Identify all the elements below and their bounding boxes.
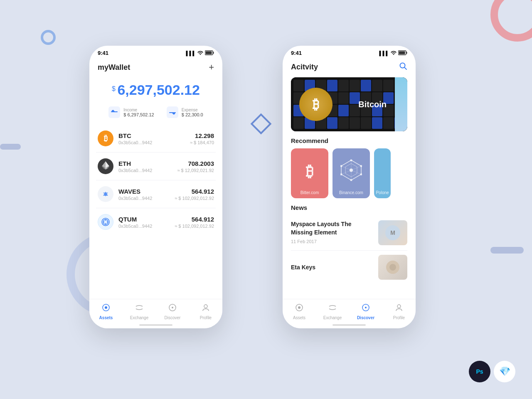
news-item-2[interactable]: Eta Keys: [291, 251, 407, 284]
exchange-label: Exchange: [130, 315, 148, 320]
bg-decoration-diamond: [251, 113, 272, 135]
nav-profile-left[interactable]: Profile: [189, 303, 222, 320]
currency-symbol: $: [112, 85, 116, 93]
svg-point-50: [298, 306, 300, 309]
status-icons-left: ▌▌▌: [186, 50, 214, 56]
svg-point-26: [172, 307, 173, 308]
bitcoin-coin: ₿: [299, 88, 332, 121]
rec-card-polone[interactable]: Polone: [374, 148, 391, 198]
income-expense-row: Income $ 6,297,502.12 Expense $ 22,300.0: [89, 106, 222, 125]
income-label: Income: [123, 108, 154, 112]
svg-marker-20: [105, 223, 106, 225]
crypto-item-waves[interactable]: WAVES 0x3b5ca0...9442 564.912 ≈ $ 102,09…: [96, 180, 216, 208]
rec-card-binance[interactable]: Binance.com: [332, 148, 370, 198]
waves-amount: 564.912: [175, 188, 214, 195]
svg-marker-9: [102, 161, 106, 168]
rec-binance-label: Binance.com: [339, 190, 363, 195]
bg-decoration-rect-left: [0, 144, 21, 150]
phone-wallet: 9:41 ▌▌▌ myWallet + $ 6,297,502.12: [89, 46, 222, 328]
crypto-item-qtum[interactable]: QTUM 0x3b5ca0...9442 564.912 ≈ $ 102,092…: [96, 208, 216, 236]
btc-icon: ₿: [98, 131, 113, 146]
svg-point-48: [389, 264, 396, 271]
crypto-item-btc[interactable]: ₿ BTC 0x3b5ca0...9442 12.298 ≈ $ 184,470: [96, 125, 216, 153]
waves-address: 0x3b5ca0...9442: [118, 196, 175, 201]
battery-icon-right: [398, 50, 407, 56]
assets-icon: [102, 303, 110, 314]
btc-values: 12.298 ≈ $ 184,470: [190, 132, 214, 145]
bg-decoration-circle-pink: [490, 0, 532, 42]
income-value: $ 6,297,502.12: [123, 112, 154, 117]
nav-assets-right[interactable]: Assets: [283, 303, 316, 320]
btc-usd: ≈ $ 184,470: [190, 140, 214, 145]
assets-label-right: Assets: [293, 315, 305, 320]
svg-rect-30: [399, 51, 405, 54]
profile-label-right: Profile: [393, 315, 405, 320]
activity-title: Acitvity: [291, 63, 318, 71]
waves-symbol: WAVES: [118, 188, 175, 195]
news-headline-1: Myspace Layouts The Missing Element: [291, 220, 373, 236]
news-item-1[interactable]: Myspace Layouts The Missing Element 11 F…: [291, 215, 407, 251]
tool-icons: Ps 💎: [469, 361, 515, 382]
rec-btc-icon: ₿: [306, 163, 313, 180]
waves-usd: ≈ $ 102,092,012.92: [175, 196, 214, 201]
discover-icon-right: [362, 303, 370, 314]
nav-discover-right[interactable]: Discover: [349, 303, 382, 320]
waves-icon: [98, 186, 113, 202]
qtum-icon: [98, 214, 113, 230]
rec-btc-label: Bitter.com: [300, 190, 319, 195]
income-icon: [108, 106, 120, 118]
search-icon[interactable]: [399, 62, 407, 72]
svg-rect-6: [169, 112, 176, 113]
news-section: Myspace Layouts The Missing Element 11 F…: [283, 215, 416, 284]
activity-header: Acitvity: [283, 59, 416, 77]
wallet-header: myWallet +: [89, 59, 222, 78]
featured-bitcoin-label: Bitcoin: [358, 100, 387, 109]
nav-profile-right[interactable]: Profile: [382, 303, 416, 320]
btc-info: BTC 0x3b5ca0...9442: [118, 132, 190, 145]
rec-card-btc[interactable]: ₿ Bitter.com: [291, 148, 328, 198]
recommend-cards: ₿ Bitter.com: [283, 148, 416, 198]
profile-label-left: Profile: [200, 315, 212, 320]
expense-item: Expense $ 22,300.0: [167, 106, 203, 118]
signal-icon: ▌▌▌: [186, 51, 196, 56]
balance-section: $ 6,297,502.12: [89, 78, 222, 106]
btc-amount: 12.298: [190, 132, 214, 139]
income-item: Income $ 6,297,502.12: [108, 106, 154, 118]
add-button[interactable]: +: [209, 62, 214, 73]
photoshop-icon: Ps: [469, 361, 490, 382]
status-icons-right: ▌▌▌: [379, 50, 407, 56]
home-indicator-right: [332, 324, 366, 326]
nav-exchange[interactable]: Exchange: [123, 303, 156, 320]
svg-text:M: M: [390, 229, 395, 236]
nav-assets[interactable]: Assets: [89, 303, 123, 320]
svg-point-52: [365, 307, 367, 308]
svg-point-38: [350, 168, 353, 172]
svg-point-53: [397, 305, 401, 308]
wifi-icon: [197, 50, 203, 56]
recommend-title: Recommend: [283, 131, 416, 148]
news-thumb-1: M: [378, 220, 407, 245]
nav-exchange-right[interactable]: Exchange: [316, 303, 349, 320]
bg-decoration-circle-blue: [41, 30, 56, 45]
news-headline-2: Eta Keys: [291, 264, 315, 271]
featured-image[interactable]: ₿ Bitcoin: [291, 77, 407, 131]
status-time-right: 9:41: [291, 50, 302, 56]
svg-marker-19: [105, 219, 106, 221]
bg-decoration-rect-right: [490, 247, 524, 254]
eth-info: ETH 0x3b5ca0...9442: [118, 160, 177, 173]
status-bar-left: 9:41 ▌▌▌: [89, 46, 222, 59]
crypto-list: ₿ BTC 0x3b5ca0...9442 12.298 ≈ $ 184,470…: [89, 125, 222, 236]
home-indicator-left: [139, 324, 172, 326]
nav-discover-left[interactable]: Discover: [156, 303, 189, 320]
discover-icon-left: [168, 303, 177, 314]
rec-eth-icon: [340, 159, 362, 182]
expense-label: Expense: [182, 108, 203, 112]
svg-point-24: [105, 306, 107, 309]
eth-amount: 708.2003: [177, 160, 214, 167]
crypto-item-eth[interactable]: ETH 0x3b5ca0...9442 708.2003 ≈ $ 12,092,…: [96, 153, 216, 180]
svg-line-32: [404, 67, 406, 69]
svg-rect-29: [406, 52, 407, 54]
exchange-icon-right: [328, 303, 337, 314]
status-time-left: 9:41: [98, 50, 108, 56]
eth-address: 0x3b5ca0...9442: [118, 168, 177, 173]
